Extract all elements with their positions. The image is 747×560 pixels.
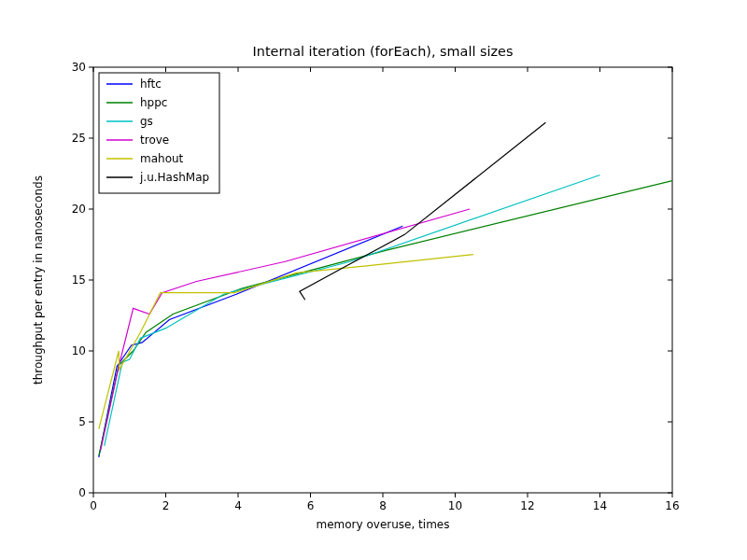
legend: hftchppcgstrovemahoutj.u.HashMap <box>99 73 219 193</box>
y-tick-label: 30 <box>72 61 86 74</box>
y-tick-label: 15 <box>72 273 86 287</box>
x-tick-label: 12 <box>520 499 534 512</box>
legend-label: j.u.HashMap <box>139 171 209 184</box>
x-tick-label: 14 <box>593 499 607 512</box>
legend-label: trove <box>140 133 169 147</box>
x-tick-label: 8 <box>379 499 387 512</box>
y-tick-label: 10 <box>72 344 86 357</box>
series-j-u-HashMap <box>300 122 546 300</box>
y-tick-label: 5 <box>78 415 86 428</box>
y-tick-label: 0 <box>78 486 86 499</box>
x-tick-label: 4 <box>234 499 242 512</box>
legend-label: gs <box>140 115 153 128</box>
legend-label: hppc <box>140 96 167 109</box>
x-axis-label: memory overuse, times <box>317 518 450 531</box>
iteration-chart: 0246810121416 051015202530 Internal iter… <box>0 0 747 560</box>
legend-label: mahout <box>140 152 184 165</box>
legend-label: hftc <box>140 77 162 91</box>
x-tick-label: 16 <box>665 499 679 512</box>
series-gs <box>105 175 600 446</box>
x-tick-label: 6 <box>307 499 315 512</box>
y-tick-label: 20 <box>72 203 86 216</box>
y-tick-label: 25 <box>72 132 86 145</box>
chart-title: Internal iteration (forEach), small size… <box>253 44 514 59</box>
y-axis-label: throughput per entry in nanoseconds <box>32 175 45 385</box>
x-tick-label: 10 <box>448 499 462 512</box>
series-hppc <box>99 181 672 456</box>
series-trove <box>101 209 470 450</box>
series-mahout <box>99 255 473 429</box>
x-tick-label: 0 <box>90 499 97 512</box>
x-tick-label: 2 <box>162 499 170 512</box>
